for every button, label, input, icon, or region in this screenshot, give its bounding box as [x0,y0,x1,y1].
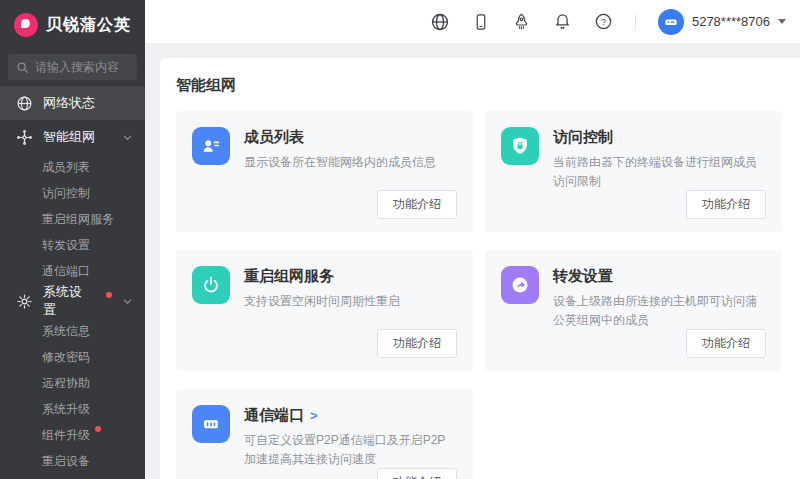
card-forward-settings: 转发设置 设备上级路由所连接的主机即可访问蒲公英组网中的成员 功能介绍 [485,250,782,371]
sidebar-item-communication-port[interactable]: 通信端口 [0,258,145,284]
rocket-icon[interactable] [512,12,531,31]
globe-icon[interactable] [430,12,450,32]
sidebar-item-network-status[interactable]: 网络状态 [0,86,145,120]
sidebar-item-label: 智能组网 [43,128,95,146]
sidebar-item-change-password[interactable]: 修改密码 [0,344,145,370]
chevron-down-icon [122,296,133,307]
sidebar-item-forward-settings[interactable]: 转发设置 [0,232,145,258]
router-avatar-icon [658,9,684,35]
top-bar: ? 5278****8706 [145,0,800,44]
card-title: 访问控制 [553,128,766,147]
shield-lock-icon [501,127,539,165]
feature-intro-button[interactable]: 功能介绍 [377,329,457,358]
account-id: 5278****8706 [692,14,770,29]
card-description: 支持设置空闲时间周期性重启 [244,292,406,311]
empty-grid-cell [485,389,782,479]
sidebar: 贝锐蒲公英 网络状态 智能组网 成员列表 访问控制 重启组网服务 转发设置 通信… [0,0,145,479]
brand-logo-icon [14,13,38,37]
chevron-down-icon [122,132,133,143]
card-title: 成员列表 [244,128,442,147]
feature-intro-button[interactable]: 功能介绍 [377,468,457,479]
divider [635,14,636,30]
search-icon [16,61,29,74]
sidebar-item-restart-network-service[interactable]: 重启组网服务 [0,206,145,232]
feature-intro-button[interactable]: 功能介绍 [377,190,457,219]
content-background: 智能组网 成员列表 显示设备所在智能网络内的成员信息 功能介绍 [145,44,800,479]
card-restart-network-service: 重启组网服务 支持设置空闲时间周期性重启 功能介绍 [176,250,473,371]
gear-icon [16,293,33,310]
main-area: ? 5278****8706 智能组网 [145,0,800,479]
caret-down-icon [778,19,786,24]
sidebar-item-access-control[interactable]: 访问控制 [0,180,145,206]
feature-intro-button[interactable]: 功能介绍 [686,329,766,358]
sidebar-item-label: 系统设置 [43,283,91,319]
app-title: 贝锐蒲公英 [46,15,131,36]
card-description: 设备上级路由所连接的主机即可访问蒲公英组网中的成员 [553,292,766,329]
card-title: 通信端口 [244,406,304,425]
card-title: 转发设置 [553,267,766,286]
sidebar-item-restart-device[interactable]: 重启设备 [0,448,145,474]
chevron-right-icon: > [310,408,318,423]
sidebar-item-member-list[interactable]: 成员列表 [0,154,145,180]
feature-cards: 成员列表 显示设备所在智能网络内的成员信息 功能介绍 访问控制 [176,111,782,479]
sidebar-item-label: 网络状态 [43,94,95,112]
sidebar-item-component-upgrade[interactable]: 组件升级 [0,422,145,448]
smart-network-panel: 智能组网 成员列表 显示设备所在智能网络内的成员信息 功能介绍 [160,58,800,479]
sidebar-menu: 网络状态 智能组网 成员列表 访问控制 重启组网服务 转发设置 通信端口 系统设… [0,86,145,479]
help-icon[interactable]: ? [594,12,613,31]
card-access-control: 访问控制 当前路由器下的终端设备进行组网成员访问限制 功能介绍 [485,111,782,232]
port-icon [192,405,230,443]
card-communication-port: 通信端口 > 可自定义设置P2P通信端口及开启P2P加速提高其连接访问速度 功能… [176,389,473,479]
feature-intro-button[interactable]: 功能介绍 [686,190,766,219]
notification-dot [95,426,101,432]
bell-icon[interactable] [553,12,572,31]
card-title: 重启组网服务 [244,267,406,286]
sidebar-item-remote-assist[interactable]: 远程协助 [0,370,145,396]
notification-dot [106,292,112,298]
card-member-list: 成员列表 显示设备所在智能网络内的成员信息 功能介绍 [176,111,473,232]
sidebar-item-label: 组件升级 [42,427,90,444]
card-description: 当前路由器下的终端设备进行组网成员访问限制 [553,153,766,190]
sidebar-item-system-settings[interactable]: 系统设置 [0,284,145,318]
network-node-icon [16,129,33,146]
card-description: 显示设备所在智能网络内的成员信息 [244,153,442,172]
sidebar-item-system-upgrade[interactable]: 系统升级 [0,396,145,422]
card-description: 可自定义设置P2P通信端口及开启P2P加速提高其连接访问速度 [244,431,457,468]
member-list-icon [192,127,230,165]
sidebar-item-system-info[interactable]: 系统信息 [0,318,145,344]
app-logo: 贝锐蒲公英 [0,0,145,48]
forward-arrow-icon [501,266,539,304]
account-menu[interactable]: 5278****8706 [658,9,786,35]
sidebar-item-smart-network[interactable]: 智能组网 [0,120,145,154]
sidebar-search[interactable] [8,54,137,80]
svg-text:?: ? [601,17,606,27]
page-title: 智能组网 [176,76,782,95]
mobile-app-icon[interactable] [472,13,490,31]
power-icon [192,266,230,304]
search-input[interactable] [35,60,129,74]
card-title-link[interactable]: 通信端口 > [244,406,457,425]
globe-icon [16,95,33,112]
